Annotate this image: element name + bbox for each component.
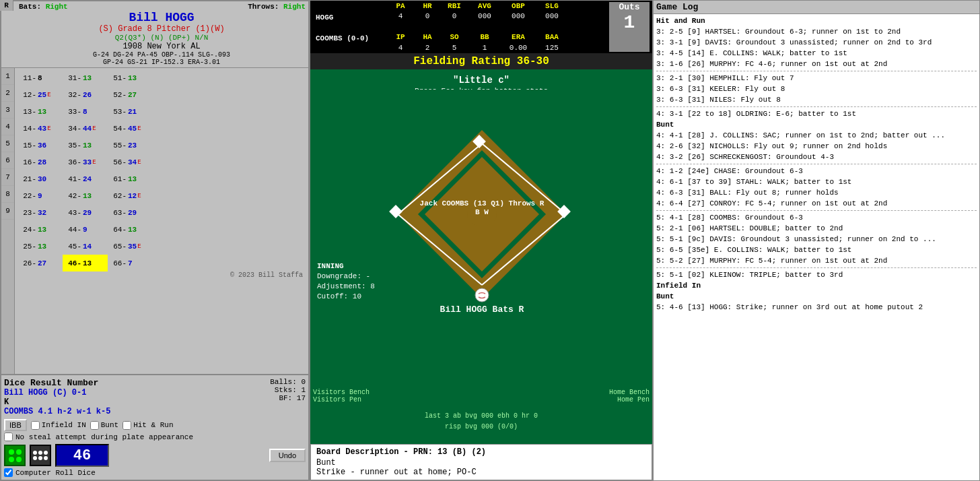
bunt-check[interactable] (90, 421, 99, 430)
player-q: Q2(Q3*) (N) (DP+) N/N (18, 34, 306, 42)
game-log-title: Game Log (654, 1, 979, 14)
log-entry: 3: 2-5 [9] HARTSEL: Groundout 6-3; runne… (656, 26, 977, 37)
no-steal-check[interactable] (4, 432, 13, 441)
pitcher-card: R Bats: Right Throws: Right Bill HOGG (S… (1, 1, 308, 68)
bottom-controls: 46 Undo (4, 444, 306, 467)
p56-num: 56- (108, 158, 128, 166)
c-bb-label: BB (468, 33, 501, 44)
p11-val: 8 (38, 74, 42, 82)
green-dice (4, 445, 26, 466)
computer-roll-check[interactable] (4, 468, 13, 477)
balls-val: 0 (301, 378, 306, 386)
hogg-pa: 4 (387, 12, 414, 33)
p26-num: 26- (18, 259, 38, 267)
p44-num: 44- (63, 226, 83, 234)
coombs-bb: 1 (468, 44, 501, 52)
bottom-left: Dice Result Number Bill HOGG (C) 0-1 K C… (1, 374, 308, 480)
outs-header: Outs (609, 2, 650, 12)
coombs-name-spacer (313, 44, 387, 52)
coombs-vals: 4 2 5 1 0.00 125 (387, 44, 609, 52)
coombs-so: 5 (441, 44, 468, 52)
outs-spacer (609, 33, 650, 44)
pitch-grid-area: 1 2 3 4 5 6 7 8 9 11-8 31-13 51-13 12-25… (1, 68, 308, 374)
p12-val: 25 (38, 91, 46, 99)
log-entry: 5: 4-6 [13] HOGG: Strike; runner on 3rd … (656, 302, 977, 313)
p32-val: 26 (83, 91, 92, 99)
svg-text:Bill HOGG Bats R: Bill HOGG Bats R (440, 304, 524, 315)
hit-run-check[interactable] (123, 421, 131, 430)
hogg-hr: 0 (414, 12, 441, 33)
green-dice-dots (7, 447, 24, 464)
dice-title: Dice Result Number (4, 378, 110, 388)
pitch-row-11: 25-13 45-14 65-35E (18, 238, 306, 255)
vis-pen-label: Visitors Pen (313, 396, 370, 404)
log-entry: 5: 5-1 [02] KLEINOW: TRIPLE; batter to 3… (656, 269, 977, 280)
infield-in-check[interactable] (31, 421, 40, 430)
dot1 (9, 449, 14, 455)
dice-k: K (4, 397, 110, 407)
p13-val: 13 (38, 108, 46, 116)
no-steal-label: No steal attempt during plate appearance (15, 433, 193, 441)
log-divider (656, 106, 977, 107)
log-entry: 4: 6-3 [31] BALL: Fly out 8; runner hold… (656, 187, 977, 198)
bunt-label: Bunt (101, 421, 118, 429)
batter-stats-row: last 3 ab bvg 000 ebh 0 hr 0 (310, 412, 652, 420)
p34-val: 44 (83, 125, 92, 133)
log-entry: 4: 3-1 [22 to 18] OLDRING: E-6; batter t… (656, 108, 977, 119)
h-obp: OBP (501, 2, 535, 12)
hogg-team: HOGG (313, 12, 387, 33)
pitch-row-6: 16-28 36-33E 56-34E (18, 154, 306, 170)
bdot5 (38, 456, 42, 460)
p34-e: E (92, 125, 96, 132)
row-r: R (0, 0, 13, 11)
p56-val: 34 (128, 158, 137, 166)
board-line2: Strike - runner out at home; PO-C (316, 468, 646, 477)
black-dice-dots (33, 451, 48, 460)
p14-num: 14- (18, 125, 38, 133)
fielding-rating: Fielding Rating 36-30 (310, 53, 652, 69)
infield-in-checkbox[interactable]: Infield IN (31, 421, 86, 430)
p41-num: 41- (63, 175, 83, 183)
h-hr: HR (414, 2, 441, 12)
log-entry: Bunt (656, 291, 977, 302)
p33-val: 8 (83, 108, 88, 116)
p65-e: E (137, 243, 141, 250)
row-3: 3 (1, 102, 14, 119)
log-entry: 5: 2-1 [06] HARTSEL: DOUBLE; batter to 2… (656, 223, 977, 234)
log-entry: Hit and Run (656, 15, 977, 26)
svg-point-13 (475, 288, 489, 302)
c-baa-label: BAA (535, 33, 569, 44)
board-line1: Bunt (316, 458, 646, 468)
p45-num: 45- (63, 243, 83, 251)
h-avg: AVG (468, 2, 501, 12)
log-divider (656, 267, 977, 268)
board-title: Board Description - PRN: 13 (B) (2) (316, 447, 646, 457)
log-entry: 3: 6-3 [31] KEELER: Fly out 8 (656, 84, 977, 94)
black-dice (30, 445, 51, 466)
p15-num: 15- (18, 141, 38, 150)
hit-run-checkbox[interactable]: Hit & Run (123, 421, 173, 430)
pitch-row-10: 24-13 44-9 64-13 (18, 221, 306, 238)
log-entry: Infield In (656, 280, 977, 291)
p54-val: 45 (128, 125, 137, 133)
p23-val: 32 (38, 209, 46, 217)
home-bench: Home Bench Home Pen (609, 389, 650, 404)
p45-val: 14 (83, 243, 92, 251)
stks-val: 1 (301, 386, 306, 394)
field-area: "Little c" Press Esc key for batter stat… (310, 69, 652, 444)
p43-num: 43- (63, 209, 83, 217)
stks-line: Stks: 1 (270, 386, 306, 394)
p55-val: 23 (128, 141, 137, 150)
p42-num: 42- (63, 192, 83, 200)
scoreboard: PA HR RBI AVG OBP SLG Outs HOGG 4 0 0 00… (310, 1, 652, 53)
p56-e: E (137, 159, 141, 166)
undo-button[interactable]: Undo (269, 449, 306, 462)
svg-text:Adjustment: 8: Adjustment: 8 (317, 282, 375, 290)
field-label: "Little c" (310, 75, 652, 86)
game-log-scroll[interactable]: Hit and Run3: 2-5 [9] HARTSEL: Groundout… (654, 14, 979, 480)
pitch-table: 11-8 31-13 51-13 12-25E 32-26 52-27 13-1… (15, 68, 308, 374)
computer-roll-label: Computer Roll Dice (15, 469, 96, 477)
ibb-button[interactable]: IBB (4, 419, 27, 431)
log-entry: 5: 5-1 [9c] DAVIS: Groundout 3 unassiste… (656, 234, 977, 245)
bunt-checkbox[interactable]: Bunt (90, 421, 118, 430)
